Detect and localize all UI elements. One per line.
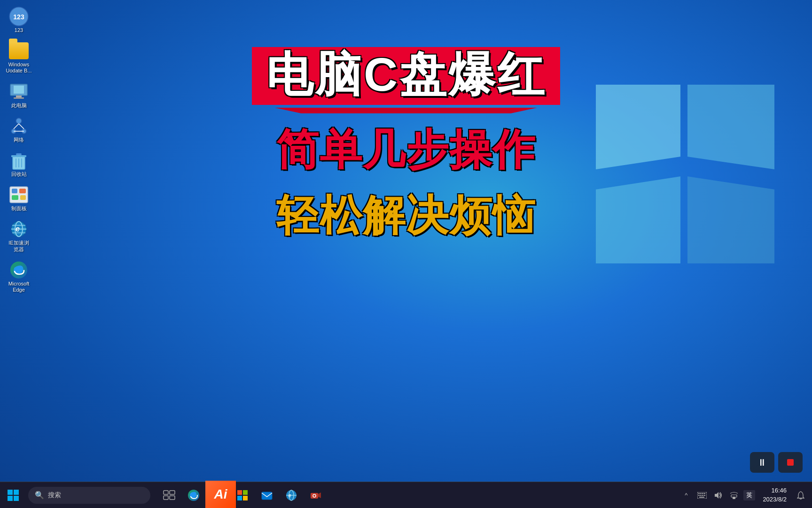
svg-rect-60 [702, 493, 703, 494]
svg-line-10 [19, 124, 24, 129]
icon-folder-label: Windows Uodate B... [6, 62, 31, 74]
search-box[interactable]: 🔍 搜索 [28, 487, 150, 504]
icon-ie-label: IE加速浏 览器 [8, 240, 29, 252]
svg-point-6 [16, 118, 22, 124]
search-input-label: 搜索 [48, 491, 61, 500]
desktop-icon-edge[interactable]: Microsoft Edge [2, 258, 36, 295]
svg-text:e: e [16, 225, 20, 233]
icon-edge-label: Microsoft Edge [8, 281, 30, 293]
svg-rect-59 [700, 493, 702, 494]
svg-rect-61 [704, 493, 705, 494]
icon-ie-image: e [9, 219, 29, 239]
tray-keyboard[interactable] [695, 489, 709, 502]
center-text-overlay: 电脑C盘爆红 简单几步操作 轻松解决烦恼 [94, 47, 718, 237]
svg-marker-55 [318, 492, 321, 498]
tray-notification[interactable] [794, 489, 807, 502]
main-title-container: 电脑C盘爆红 [252, 47, 560, 105]
svg-rect-3 [14, 86, 24, 94]
svg-rect-5 [14, 97, 24, 99]
stop-button[interactable] [778, 452, 803, 473]
svg-rect-30 [787, 459, 794, 466]
icon-edge-image [9, 260, 29, 280]
ai-badge-label: Ai [214, 487, 227, 502]
svg-rect-19 [12, 189, 17, 193]
taskbar-mail[interactable] [256, 484, 278, 507]
svg-rect-49 [262, 492, 272, 500]
desktop-icon-this-pc[interactable]: 此电脑 [2, 80, 36, 111]
icon-123-label: 123 [15, 27, 23, 33]
svg-rect-63 [700, 495, 702, 496]
icon-folder-image [9, 41, 29, 61]
svg-text:e: e [289, 493, 291, 498]
taskbar-ie[interactable]: e [280, 484, 303, 507]
svg-line-9 [14, 124, 19, 129]
desktop-icon-windows-update[interactable]: Windows Uodate B... [2, 39, 36, 76]
svg-rect-38 [170, 496, 175, 500]
svg-rect-65 [704, 495, 705, 496]
desktop-icons-area: 123 123 Windows Uodate B... 此电脑 [0, 0, 38, 508]
desktop-icon-control-panel[interactable]: 制面板 [2, 183, 36, 214]
svg-rect-58 [698, 493, 700, 494]
svg-rect-66 [699, 497, 704, 498]
icon-recycle-image [9, 151, 29, 170]
svg-rect-36 [170, 491, 175, 494]
desktop-icon-123[interactable]: 123 123 [2, 5, 36, 35]
icon-computer-image [9, 82, 29, 102]
icon-123-image: 123 [9, 7, 29, 26]
tray-network[interactable] [727, 489, 741, 502]
svg-rect-45 [237, 490, 242, 495]
start-button[interactable] [0, 482, 26, 508]
pause-button[interactable]: ⏸ [750, 452, 774, 473]
taskbar-center-icons: e [158, 484, 327, 507]
tray-ime[interactable]: 英 [743, 490, 755, 500]
clock-date: 2023/8/2 [763, 495, 787, 504]
overlay-controls: ⏸ [750, 452, 803, 473]
svg-rect-13 [11, 155, 26, 157]
svg-rect-62 [698, 495, 700, 496]
taskbar-camera[interactable] [304, 484, 327, 507]
sub-title-1-container: 简单几步操作 [276, 128, 536, 171]
icon-computer-label: 此电脑 [11, 103, 27, 109]
main-title-text: 电脑C盘爆红 [266, 48, 546, 101]
icon-panel-label: 制面板 [11, 206, 27, 212]
svg-text:123: 123 [13, 13, 24, 21]
taskbar-task-view[interactable] [158, 484, 180, 507]
desktop-icon-network[interactable]: 网络 [2, 114, 36, 145]
icon-recycle-label: 回收站 [11, 171, 27, 177]
svg-rect-14 [16, 153, 22, 155]
svg-rect-37 [164, 496, 168, 500]
desktop-icon-ie[interactable]: e IE加速浏 览器 [2, 217, 36, 254]
svg-rect-64 [702, 495, 703, 496]
icon-network-image [9, 116, 29, 136]
clock-time: 16:46 [771, 486, 787, 495]
taskbar-edge-icon[interactable] [182, 484, 205, 507]
clock[interactable]: 16:46 2023/8/2 [758, 486, 791, 503]
svg-rect-21 [12, 195, 18, 200]
desktop-icon-recycle-bin[interactable]: 回收站 [2, 149, 36, 179]
svg-rect-33 [8, 496, 13, 501]
svg-rect-31 [8, 490, 13, 495]
svg-rect-54 [311, 493, 318, 499]
taskbar: 🔍 搜索 [0, 482, 812, 508]
svg-rect-34 [14, 496, 19, 501]
svg-rect-20 [19, 189, 26, 193]
desktop: 123 123 Windows Uodate B... 此电脑 [0, 0, 812, 508]
sub-title-2-container: 轻松解决烦恼 [276, 194, 536, 237]
svg-rect-46 [243, 490, 248, 495]
icon-network-label: 网络 [14, 137, 24, 143]
svg-rect-35 [164, 491, 168, 494]
sub-title-1-text: 简单几步操作 [276, 126, 536, 173]
icon-panel-image [9, 185, 29, 205]
svg-rect-48 [243, 496, 248, 500]
system-tray: ^ [679, 486, 812, 503]
svg-rect-22 [20, 195, 26, 200]
main-title-bg: 电脑C盘爆红 [252, 47, 560, 105]
svg-rect-32 [14, 490, 19, 495]
tray-volume[interactable] [711, 489, 725, 502]
sub-title-2-text: 轻松解决烦恼 [276, 192, 536, 239]
tray-chevron-up[interactable]: ^ [679, 489, 693, 502]
ai-badge[interactable]: Ai [205, 481, 236, 508]
svg-rect-4 [16, 95, 22, 97]
search-icon: 🔍 [35, 491, 44, 500]
svg-rect-47 [237, 496, 242, 500]
